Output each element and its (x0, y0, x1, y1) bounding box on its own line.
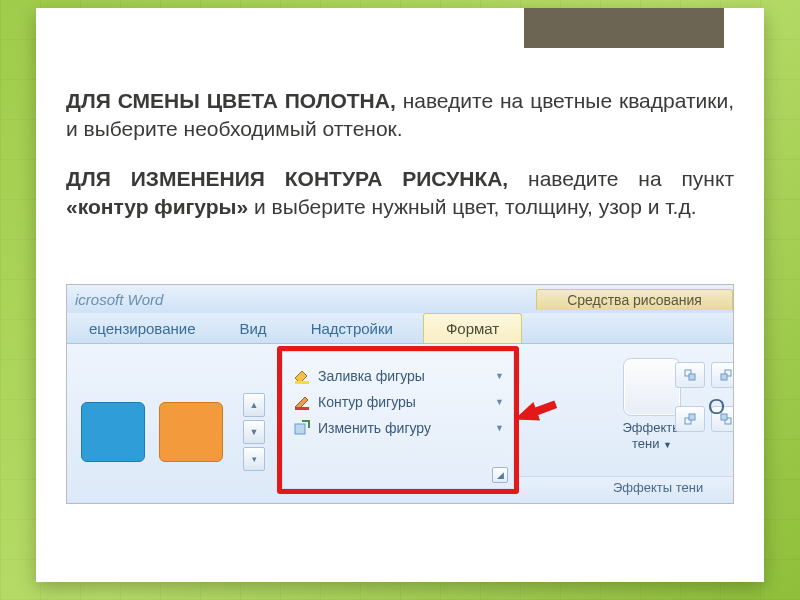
shape-outline-button[interactable]: Контур фигуры ▼ (290, 389, 506, 415)
gallery-down-button[interactable]: ▼ (243, 420, 265, 444)
tab-format[interactable]: Формат (423, 313, 522, 343)
dropdown-icon: ▼ (495, 371, 504, 381)
change-shape-icon (292, 419, 312, 437)
svg-rect-2 (295, 424, 305, 434)
shape-fill-label: Заливка фигуры (318, 368, 425, 384)
dialog-launcher-button[interactable]: ◢ (492, 467, 508, 483)
style-swatch-blue[interactable] (81, 402, 145, 462)
shape-styles-gallery: ▲ ▼ ▾ (67, 344, 279, 502)
tab-view[interactable]: Вид (217, 314, 288, 343)
cropped-text: О (708, 394, 725, 420)
app-title: icrosoft Word (67, 291, 323, 308)
svg-rect-0 (295, 381, 309, 384)
highlighted-shape-menu: Заливка фигуры ▼ Контур фигуры ▼ (277, 346, 519, 494)
p2-bold1: ДЛЯ ИЗМЕНЕНИЯ КОНТУРА РИСУНКА, (66, 167, 508, 190)
change-shape-button[interactable]: Изменить фигуру ▼ (290, 415, 506, 441)
gallery-up-button[interactable]: ▲ (243, 393, 265, 417)
tab-review[interactable]: ецензирование (67, 314, 217, 343)
slide-card: ДЛЯ СМЕНЫ ЦВЕТА ПОЛОТНА, наведите на цве… (36, 8, 764, 582)
paint-bucket-icon (292, 367, 312, 385)
paragraph-2: ДЛЯ ИЗМЕНЕНИЯ КОНТУРА РИСУНКА, наведите … (66, 165, 734, 222)
accent-bar (524, 8, 724, 48)
shadow-effects-group: Эффектытени ▼ (567, 352, 734, 490)
pencil-icon (292, 393, 312, 411)
nudge-button[interactable] (711, 362, 734, 388)
svg-rect-6 (721, 374, 727, 380)
svg-rect-4 (689, 374, 695, 380)
shape-fill-button[interactable]: Заливка фигуры ▼ (290, 363, 506, 389)
p2-mid2: и выберите нужный цвет, толщину, узор и … (248, 195, 696, 218)
dropdown-icon: ▼ (495, 423, 504, 433)
shadow-effects-label: Эффектытени ▼ (622, 420, 681, 451)
ribbon-body: ▲ ▼ ▾ Заливка фигуры ▼ (67, 344, 733, 502)
word-ribbon-screenshot: icrosoft Word Средства рисования ецензир… (66, 284, 734, 504)
nudge-buttons-bottom (675, 406, 734, 432)
text-content: ДЛЯ СМЕНЫ ЦВЕТА ПОЛОТНА, наведите на цве… (66, 66, 734, 242)
shape-outline-label: Контур фигуры (318, 394, 416, 410)
p1-bold: ДЛЯ СМЕНЫ ЦВЕТА ПОЛОТНА, (66, 89, 396, 112)
nudge-button[interactable] (675, 362, 705, 388)
nudge-button[interactable] (675, 406, 705, 432)
gallery-scroll: ▲ ▼ ▾ (243, 393, 265, 471)
svg-rect-8 (689, 414, 695, 420)
p2-bold2: «контур фигуры» (66, 195, 248, 218)
paragraph-1: ДЛЯ СМЕНЫ ЦВЕТА ПОЛОТНА, наведите на цве… (66, 87, 734, 144)
change-shape-label: Изменить фигуру (318, 420, 431, 436)
contextual-tab-label: Средства рисования (536, 289, 733, 310)
slide-background: ДЛЯ СМЕНЫ ЦВЕТА ПОЛОТНА, наведите на цве… (0, 0, 800, 600)
dropdown-icon: ▼ (495, 397, 504, 407)
title-bar: icrosoft Word Средства рисования (67, 285, 733, 313)
shape-menu-items: Заливка фигуры ▼ Контур фигуры ▼ (282, 351, 514, 441)
group-footer-label: Эффекты тени (519, 476, 733, 502)
ribbon-tabs: ецензирование Вид Надстройки Формат (67, 313, 733, 344)
gallery-more-button[interactable]: ▾ (243, 447, 265, 471)
shadow-effects-button[interactable] (623, 358, 681, 416)
nudge-buttons-top (675, 362, 734, 388)
svg-rect-1 (295, 407, 309, 410)
style-swatch-orange[interactable] (159, 402, 223, 462)
p2-mid1: наведите на пункт (508, 167, 734, 190)
tab-addins[interactable]: Надстройки (289, 314, 415, 343)
